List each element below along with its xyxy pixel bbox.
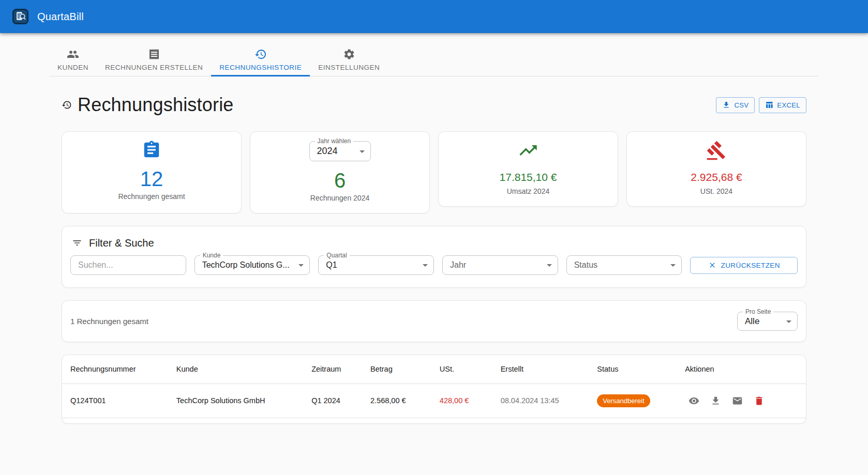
table-header-row: Rechnungsnummer Kunde Zeitraum Betrag US… (62, 355, 806, 384)
per-page-select[interactable]: Pro Seite Alle (737, 312, 798, 331)
stat-tax-value: 2.925,68 € (691, 171, 742, 183)
stat-year-value: 6 (334, 169, 346, 192)
per-page-value: Alle (745, 316, 759, 327)
export-csv-label: CSV (734, 101, 749, 109)
status-select-placeholder: Status (574, 261, 597, 270)
trash-icon (754, 395, 765, 406)
col-status: Status (589, 355, 677, 384)
cell-status: Versandbereit (589, 384, 677, 418)
filter-panel: Filter & Suche Kunde TechCorp Solutions … (62, 226, 806, 288)
search-input[interactable] (78, 261, 178, 270)
tab-einstellungen[interactable]: EINSTELLUNGEN (310, 39, 388, 76)
stat-year-label: Rechnungen 2024 (310, 194, 369, 202)
col-ust: USt. (431, 355, 492, 384)
stat-card-tax: 2.925,68 € USt. 2024 (626, 131, 806, 207)
stat-card-total: 12 Rechnungen gesamt (62, 131, 242, 213)
year-select-value: 2024 (317, 146, 338, 157)
chevron-down-icon (786, 320, 791, 323)
chevron-down-icon (298, 264, 304, 267)
cell-rechnungsnummer: Q124T001 (62, 384, 168, 418)
stat-tax-label: USt. 2024 (700, 187, 732, 195)
jahr-select[interactable]: Jahr (442, 255, 558, 275)
quartal-select-value: Q1 (326, 261, 337, 270)
envelope-icon (732, 395, 743, 406)
per-page-label: Pro Seite (743, 308, 773, 315)
chevron-down-icon (423, 264, 428, 267)
status-badge: Versandbereit (597, 394, 650, 407)
cell-kunde: TechCorp Solutions GmbH (168, 384, 303, 418)
export-csv-button[interactable]: CSV (716, 97, 755, 113)
stat-revenue-value: 17.815,10 € (500, 171, 557, 183)
cell-ust: 428,00 € (431, 384, 492, 418)
cell-zeitraum: Q1 2024 (303, 384, 362, 418)
tab-rechnungen-erstellen[interactable]: RECHNUNGEN ERSTELLEN (97, 39, 211, 76)
eye-icon (689, 395, 699, 406)
tab-label: EINSTELLUNGEN (318, 64, 380, 71)
chevron-down-icon (547, 264, 552, 267)
appbar: QuartaBill (0, 0, 868, 33)
kunde-select[interactable]: Kunde TechCorp Solutions G... (194, 255, 310, 275)
col-kunde: Kunde (168, 355, 303, 384)
search-field[interactable] (70, 255, 186, 275)
app-title: QuartaBill (37, 11, 84, 23)
tab-kunden[interactable]: KUNDEN (49, 39, 97, 76)
col-erstellt: Erstellt (492, 355, 589, 384)
tab-label: RECHNUNGEN ERSTELLEN (105, 64, 203, 71)
reset-filters-button[interactable]: ZURÜCKSETZEN (690, 257, 798, 274)
tab-label: KUNDEN (57, 64, 88, 71)
quartal-select[interactable]: Quartal Q1 (318, 255, 434, 275)
table-icon (765, 101, 773, 109)
filter-icon (72, 238, 82, 248)
col-zeitraum: Zeitraum (303, 355, 362, 384)
reset-filters-label: ZURÜCKSETZEN (721, 262, 780, 269)
year-select-label: Jahr wählen (315, 137, 354, 145)
col-aktionen: Aktionen (677, 355, 806, 384)
kunde-select-value: TechCorp Solutions G... (202, 261, 290, 270)
filter-heading: Filter & Suche (89, 237, 154, 249)
col-rechnungsnummer: Rechnungsnummer (62, 355, 168, 384)
email-button[interactable] (728, 392, 746, 409)
export-excel-label: EXCEL (777, 101, 800, 109)
stat-card-year: Jahr wählen 2024 6 Rechnungen 2024 (250, 131, 430, 213)
tab-label: RECHNUNGSHISTORIE (219, 64, 302, 71)
gear-icon (343, 48, 355, 60)
stat-revenue-label: Umsatz 2024 (507, 187, 549, 195)
jahr-select-placeholder: Jahr (450, 261, 466, 270)
export-excel-button[interactable]: EXCEL (759, 97, 806, 113)
table-row: Q124T001 TechCorp Solutions GmbH Q1 2024… (62, 384, 806, 418)
history-icon (62, 100, 72, 110)
receipt-icon (148, 48, 160, 60)
invoice-table: Rechnungsnummer Kunde Zeitraum Betrag US… (62, 355, 806, 424)
tab-rechnungshistorie[interactable]: RECHNUNGSHISTORIE (211, 39, 310, 76)
tab-bar: KUNDEN RECHNUNGEN ERSTELLEN RECHNUNGSHIS… (49, 39, 819, 76)
results-count: 1 Rechnungen gesamt (70, 317, 148, 326)
col-betrag: Betrag (362, 355, 431, 384)
download-icon (722, 101, 730, 109)
chevron-down-icon (360, 150, 365, 153)
kunde-select-label: Kunde (200, 252, 223, 259)
download-button[interactable] (707, 392, 724, 409)
delete-button[interactable] (750, 392, 768, 409)
view-button[interactable] (685, 392, 702, 409)
page-title: Rechnungshistorie (78, 94, 234, 116)
cell-aktionen (677, 384, 806, 418)
trending-up-icon (518, 140, 538, 161)
stat-total-label: Rechnungen gesamt (118, 192, 185, 201)
quartal-select-label: Quartal (324, 252, 349, 259)
gavel-icon (706, 140, 727, 161)
clipboard-icon (142, 140, 161, 160)
status-select[interactable]: Status (566, 255, 682, 275)
stat-total-value: 12 (140, 167, 163, 190)
year-select[interactable]: Jahr wählen 2024 (309, 141, 371, 161)
cell-erstellt: 08.04.2024 13:45 (492, 384, 589, 418)
download-icon (710, 395, 721, 406)
app-logo-icon (12, 9, 28, 24)
cell-betrag: 2.568,00 € (362, 384, 431, 418)
stat-card-revenue: 17.815,10 € Umsatz 2024 (438, 131, 618, 207)
results-summary-panel: 1 Rechnungen gesamt Pro Seite Alle (62, 300, 806, 342)
history-icon (255, 48, 267, 60)
close-icon (708, 261, 716, 269)
chevron-down-icon (670, 264, 676, 267)
people-icon (67, 48, 79, 60)
